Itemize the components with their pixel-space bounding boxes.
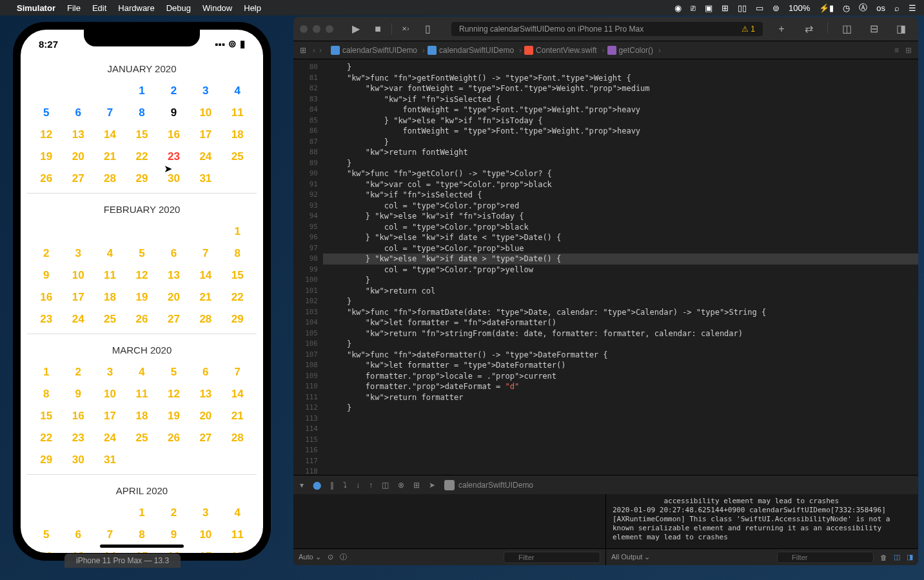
- day-cell[interactable]: 7: [190, 243, 221, 264]
- day-cell[interactable]: 23: [63, 428, 93, 448]
- day-cell[interactable]: 13: [63, 546, 93, 553]
- day-cell[interactable]: 11: [222, 103, 253, 123]
- day-cell[interactable]: 19: [159, 406, 189, 426]
- jump-bar[interactable]: ⊞ ‹ › calendarSwiftUIDemo calendarSwiftU…: [293, 41, 918, 59]
- day-cell[interactable]: 4: [222, 81, 253, 101]
- output-selector[interactable]: All Output ⌄: [611, 553, 650, 561]
- crumb-file[interactable]: ContentView.swift: [524, 46, 605, 55]
- day-cell[interactable]: 23: [31, 309, 61, 330]
- day-cell[interactable]: 28: [190, 309, 221, 330]
- day-cell[interactable]: 10: [190, 525, 221, 545]
- day-cell[interactable]: 9: [159, 103, 189, 123]
- menu-window[interactable]: Window: [202, 3, 232, 13]
- day-cell[interactable]: 2: [31, 243, 61, 264]
- day-cell[interactable]: 18: [222, 546, 253, 553]
- code-editor[interactable]: 8081828384858687888990919293949596979899…: [293, 59, 918, 475]
- related-items-icon[interactable]: ⊞: [300, 46, 306, 55]
- toggle-left-panel-icon[interactable]: ◫: [894, 553, 900, 561]
- day-cell[interactable]: 23: [159, 146, 189, 167]
- day-cell[interactable]: 12: [159, 384, 189, 405]
- day-cell[interactable]: 18: [95, 287, 125, 308]
- crumb-method[interactable]: getColor(): [607, 46, 661, 55]
- day-cell[interactable]: 15: [222, 265, 253, 286]
- library-button[interactable]: +: [772, 22, 791, 36]
- day-cell[interactable]: 15: [31, 406, 61, 426]
- adjust-editor-icon[interactable]: ⊞: [905, 46, 912, 55]
- day-cell[interactable]: 1: [126, 503, 157, 523]
- minimize-button[interactable]: [313, 25, 320, 33]
- day-cell[interactable]: 12: [31, 546, 61, 553]
- day-cell[interactable]: 13: [63, 125, 93, 145]
- day-cell[interactable]: 1: [126, 81, 157, 101]
- day-cell[interactable]: 12: [31, 125, 61, 145]
- day-cell[interactable]: 13: [159, 265, 189, 286]
- view-debug-icon[interactable]: ◫: [382, 481, 389, 490]
- day-cell[interactable]: 17: [63, 287, 93, 308]
- day-cell[interactable]: 1: [222, 221, 253, 242]
- memory-graph-icon[interactable]: ⊗: [398, 481, 404, 490]
- day-cell[interactable]: 20: [159, 287, 189, 308]
- crumb-project[interactable]: calendarSwiftUIDemo: [331, 46, 425, 55]
- day-cell[interactable]: 21: [95, 146, 125, 167]
- day-cell[interactable]: 27: [159, 309, 189, 330]
- run-button[interactable]: ▶: [347, 22, 365, 36]
- day-cell[interactable]: 17: [95, 406, 125, 426]
- step-out-icon[interactable]: ↑: [369, 481, 373, 490]
- trash-icon[interactable]: 🗑: [880, 554, 887, 561]
- environment-icon[interactable]: ⊞: [413, 481, 420, 490]
- day-cell[interactable]: 27: [63, 168, 93, 189]
- app-name[interactable]: Simulator: [17, 3, 55, 13]
- day-cell[interactable]: 26: [31, 168, 61, 189]
- day-cell[interactable]: 14: [95, 125, 125, 145]
- day-cell[interactable]: 29: [222, 309, 253, 330]
- toggle-navigator-button[interactable]: ◫: [838, 22, 856, 36]
- day-cell[interactable]: 8: [222, 243, 253, 264]
- day-cell[interactable]: 7: [95, 525, 125, 545]
- day-cell[interactable]: 10: [63, 265, 93, 286]
- status-icon-1[interactable]: ▣: [705, 3, 713, 13]
- day-cell[interactable]: 2: [159, 81, 189, 101]
- day-cell[interactable]: 24: [190, 146, 221, 167]
- toggle-debug-button[interactable]: ⊟: [865, 22, 883, 36]
- day-cell[interactable]: 3: [95, 362, 125, 383]
- console-filter[interactable]: [777, 552, 874, 563]
- day-cell[interactable]: 27: [190, 428, 221, 448]
- day-cell[interactable]: 6: [63, 103, 93, 123]
- debug-target[interactable]: calendarSwiftUIDemo: [458, 481, 533, 490]
- day-cell[interactable]: 14: [222, 384, 253, 405]
- day-cell[interactable]: 12: [126, 265, 157, 286]
- day-cell[interactable]: 6: [190, 362, 221, 383]
- day-cell[interactable]: 10: [95, 384, 125, 405]
- day-cell[interactable]: 7: [95, 103, 125, 123]
- location-icon[interactable]: ➤: [429, 481, 435, 490]
- day-cell[interactable]: 14: [190, 265, 221, 286]
- breakpoint-icon[interactable]: ⬤: [313, 481, 321, 490]
- code-content[interactable]: } "kw">func "fn">getFontWeight() -> "typ…: [323, 59, 918, 475]
- code-review-button[interactable]: ⇄: [800, 22, 818, 36]
- day-cell[interactable]: 19: [31, 146, 61, 167]
- day-cell[interactable]: 31: [95, 450, 125, 470]
- day-cell[interactable]: 13: [190, 384, 221, 405]
- simulator-screen[interactable]: 8:27 ▪▪▪ ⊚ ▮ JANUARY 2020123456789101112…: [21, 30, 263, 553]
- record-icon[interactable]: ◉: [674, 3, 682, 13]
- day-cell[interactable]: 7: [222, 362, 253, 383]
- step-over-icon[interactable]: ⤵: [343, 481, 347, 490]
- day-cell[interactable]: 20: [63, 146, 93, 167]
- auto-selector[interactable]: Auto ⌄: [299, 553, 321, 561]
- day-cell[interactable]: 25: [222, 146, 253, 167]
- day-cell[interactable]: 3: [63, 243, 93, 264]
- clock-icon[interactable]: ◷: [843, 3, 850, 13]
- day-cell[interactable]: 30: [159, 168, 189, 189]
- day-cell[interactable]: 26: [126, 309, 157, 330]
- day-cell[interactable]: 31: [190, 168, 221, 189]
- menu-help[interactable]: Help: [244, 3, 261, 13]
- day-cell[interactable]: 11: [126, 384, 157, 405]
- forward-button[interactable]: ›: [319, 46, 322, 55]
- battery-percent[interactable]: 100%: [789, 3, 810, 13]
- day-cell[interactable]: 5: [159, 362, 189, 383]
- zoom-button[interactable]: [326, 25, 333, 33]
- day-cell[interactable]: 24: [95, 428, 125, 448]
- day-cell[interactable]: 9: [63, 384, 93, 405]
- day-cell[interactable]: 9: [31, 265, 61, 286]
- day-cell[interactable]: 25: [95, 309, 125, 330]
